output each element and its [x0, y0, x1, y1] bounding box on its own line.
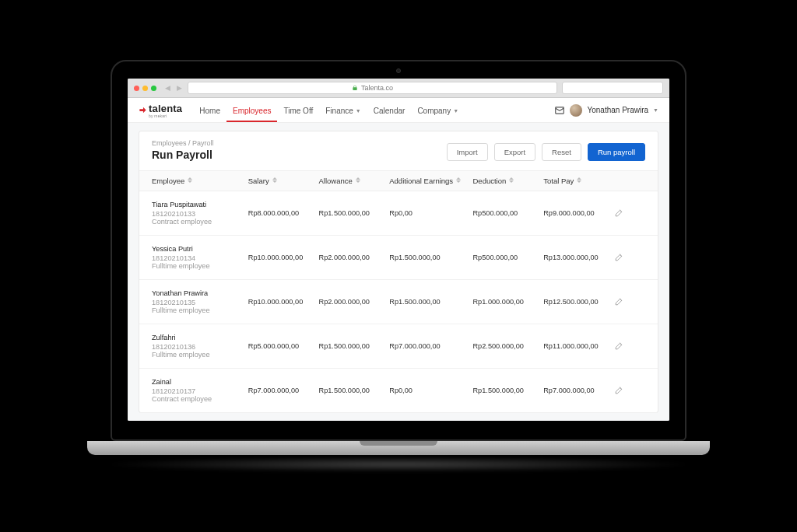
table-row: Tiara Puspitawati18120210133Contract emp…	[139, 191, 658, 236]
breadcrumb[interactable]: Employees / Payroll	[152, 139, 214, 147]
cell-actions	[614, 296, 645, 308]
edit-icon[interactable]	[614, 252, 624, 262]
nav-item-label: Finance	[325, 107, 353, 115]
cell-actions	[614, 208, 645, 219]
nav-item-finance[interactable]: Finance▼	[319, 99, 367, 122]
sort-icon	[188, 177, 193, 184]
nav-item-time-off[interactable]: Time Off	[277, 99, 319, 122]
edit-icon[interactable]	[614, 341, 624, 351]
cell-employee: Zulfahri18120210136Fulltime employee	[152, 334, 248, 359]
nav-item-label: Home	[199, 107, 220, 115]
cell-total: Rp13.000.000,00	[543, 254, 614, 261]
camera-dot	[396, 68, 401, 73]
col-allowance[interactable]: Allowance	[319, 177, 390, 185]
edit-icon[interactable]	[614, 385, 624, 395]
cell-employee: Tiara Puspitawati18120210133Contract emp…	[152, 201, 248, 226]
nav-item-employees[interactable]: Employees	[226, 99, 277, 122]
col-employee[interactable]: Employee	[152, 177, 248, 185]
window-close-icon[interactable]	[134, 86, 139, 91]
laptop-base	[87, 441, 710, 455]
nav-item-home[interactable]: Home	[193, 99, 226, 122]
window-maximize-icon[interactable]	[151, 86, 156, 91]
cell-employee: Yonathan Prawira18120210135Fulltime empl…	[152, 289, 248, 314]
cell-deduction: Rp2.500.000,00	[472, 342, 543, 350]
card-header: Employees / Payroll Run Payroll Import E…	[139, 131, 658, 170]
employee-type: Fulltime employee	[152, 351, 248, 359]
user-name: Yonathan Prawira	[587, 106, 648, 114]
employee-name: Yonathan Prawira	[152, 289, 248, 297]
nav-item-company[interactable]: Company▼	[411, 99, 465, 122]
cell-actions	[614, 341, 645, 352]
cell-actions	[614, 385, 645, 397]
employee-name: Zainal	[152, 378, 248, 386]
cell-additional: Rp1.500.000,00	[389, 298, 472, 306]
employee-type: Fulltime employee	[152, 306, 248, 314]
screen: ◀ ▶ Talenta.co talenta by mekari HomeEm	[128, 79, 669, 421]
table-row: Yessica Putri18120210134Fulltime employe…	[139, 236, 658, 280]
avatar[interactable]	[570, 104, 582, 117]
import-button[interactable]: Import	[447, 143, 488, 161]
nav-item-label: Time Off	[283, 107, 313, 115]
cell-employee: Yessica Putri18120210134Fulltime employe…	[152, 245, 248, 270]
address-url: Talenta.co	[361, 84, 393, 92]
cell-salary: Rp8.000.000,00	[248, 209, 319, 217]
cell-actions	[614, 252, 645, 264]
cell-deduction: Rp1.000.000,00	[472, 298, 543, 306]
table-header: Employee Salary Allowance Additional Ear…	[139, 170, 658, 191]
employee-name: Yessica Putri	[152, 245, 248, 253]
brand-tagline: by mekari	[149, 114, 182, 118]
action-bar: Import Export Reset Run payroll	[447, 143, 645, 161]
cell-salary: Rp5.000.000,00	[248, 342, 319, 350]
logo-arrow-icon	[139, 106, 147, 114]
content-area: Employees / Payroll Run Payroll Import E…	[128, 123, 669, 421]
col-salary[interactable]: Salary	[248, 177, 319, 185]
cell-total: Rp12.500.000,00	[543, 298, 614, 306]
sort-icon	[509, 177, 514, 184]
run-payroll-button[interactable]: Run payroll	[588, 143, 645, 161]
col-total[interactable]: Total Pay	[543, 177, 614, 185]
back-icon[interactable]: ◀	[164, 84, 171, 92]
mail-icon[interactable]	[554, 105, 565, 116]
cell-salary: Rp7.000.000,00	[248, 387, 319, 394]
browser-search[interactable]	[562, 82, 663, 94]
payroll-table: Employee Salary Allowance Additional Ear…	[139, 170, 658, 413]
sort-icon	[356, 177, 361, 184]
chevron-down-icon: ▼	[356, 108, 361, 114]
payroll-card: Employees / Payroll Run Payroll Import E…	[139, 131, 658, 413]
laptop-shadow	[103, 457, 694, 472]
window-minimize-icon[interactable]	[142, 86, 148, 91]
lock-icon	[352, 85, 358, 91]
cell-deduction: Rp1.500.000,00	[472, 387, 543, 394]
employee-id: 18120210136	[152, 343, 248, 351]
brand-logo[interactable]: talenta by mekari	[139, 103, 182, 118]
reset-button[interactable]: Reset	[542, 143, 581, 161]
edit-icon[interactable]	[614, 296, 624, 306]
employee-type: Contract employee	[152, 218, 248, 226]
cell-additional: Rp0,00	[389, 209, 472, 217]
cell-deduction: Rp500.000,00	[472, 209, 543, 217]
cell-deduction: Rp500.000,00	[472, 254, 543, 261]
col-deduction[interactable]: Deduction	[472, 177, 543, 185]
cell-allowance: Rp2.000.000,00	[319, 298, 390, 306]
sort-icon	[272, 177, 278, 184]
main-nav: HomeEmployeesTime OffFinance▼CalendarCom…	[193, 99, 465, 122]
employee-id: 18120210137	[152, 387, 248, 395]
col-additional[interactable]: Additional Earnings	[389, 177, 472, 185]
cell-allowance: Rp1.500.000,00	[319, 387, 390, 394]
export-button[interactable]: Export	[494, 143, 535, 161]
cell-allowance: Rp1.500.000,00	[319, 342, 390, 350]
user-menu-chevron-icon[interactable]: ▼	[653, 107, 658, 113]
cell-total: Rp11.000.000,00	[543, 342, 614, 350]
forward-icon[interactable]: ▶	[176, 84, 183, 92]
cell-salary: Rp10.000.000,00	[248, 254, 319, 261]
brand-name: talenta	[149, 103, 182, 114]
nav-item-calendar[interactable]: Calendar	[367, 99, 412, 122]
sort-icon	[456, 177, 462, 184]
cell-total: Rp9.000.000,00	[543, 209, 614, 217]
browser-chrome: ◀ ▶ Talenta.co	[128, 79, 669, 98]
employee-id: 18120210135	[152, 299, 248, 306]
cell-employee: Zainal18120210137Contract employee	[152, 378, 248, 403]
traffic-lights	[134, 86, 156, 91]
edit-icon[interactable]	[614, 208, 624, 218]
address-bar[interactable]: Talenta.co	[188, 82, 557, 94]
